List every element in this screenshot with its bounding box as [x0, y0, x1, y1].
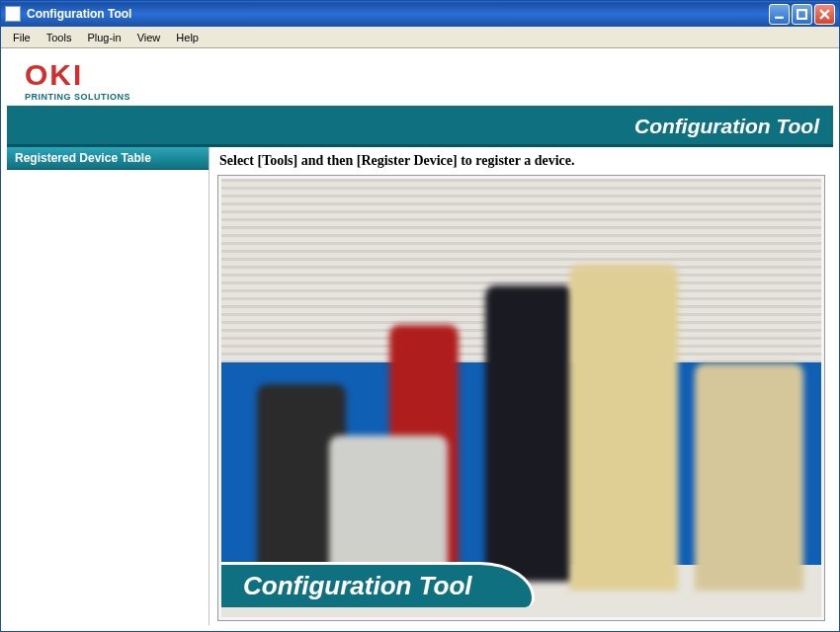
- branding-header: OKI PRINTING SOLUTIONS: [7, 54, 833, 109]
- page-banner: Configuration Tool: [7, 109, 833, 147]
- oki-tagline: PRINTING SOLUTIONS: [25, 92, 823, 102]
- svg-rect-0: [775, 16, 784, 18]
- close-icon: [819, 9, 830, 20]
- person-silhouette: [485, 285, 574, 582]
- menubar: File Tools Plug-in View Help: [1, 27, 839, 48]
- minimize-icon: [774, 9, 785, 20]
- person-silhouette: [569, 265, 678, 591]
- titlebar: Configuration Tool: [1, 1, 839, 27]
- svg-rect-1: [798, 10, 806, 19]
- content-area: OKI PRINTING SOLUTIONS Configuration Too…: [1, 48, 839, 631]
- main-pane: Registered Device Table Select [Tools] a…: [7, 147, 833, 625]
- window-controls: [769, 4, 835, 25]
- minimize-button[interactable]: [769, 4, 790, 25]
- menu-tools[interactable]: Tools: [39, 30, 80, 45]
- sidebar[interactable]: Registered Device Table: [7, 147, 210, 625]
- maximize-button[interactable]: [792, 4, 812, 25]
- maximize-icon: [797, 9, 807, 20]
- menu-help[interactable]: Help: [168, 30, 207, 45]
- menu-view[interactable]: View: [129, 30, 169, 45]
- person-silhouette: [695, 363, 803, 591]
- app-icon: [5, 6, 21, 22]
- hero-image-frame: Configuration Tool: [217, 175, 825, 621]
- right-pane: Select [Tools] and then [Register Device…: [210, 147, 833, 625]
- app-window: Configuration Tool File Tools Plug-in Vi…: [0, 0, 840, 632]
- hero-image: Configuration Tool: [221, 179, 821, 617]
- office-desk: [329, 435, 448, 574]
- menu-file[interactable]: File: [5, 30, 39, 45]
- menu-plugin[interactable]: Plug-in: [79, 30, 128, 45]
- oki-logo: OKI: [25, 60, 823, 90]
- window-title: Configuration Tool: [27, 7, 769, 21]
- close-button[interactable]: [814, 4, 835, 25]
- page-title: Configuration Tool: [634, 115, 819, 137]
- sidebar-header: Registered Device Table: [7, 147, 209, 170]
- image-overlay-label: Configuration Tool: [221, 562, 535, 607]
- instruction-text: Select [Tools] and then [Register Device…: [217, 151, 825, 175]
